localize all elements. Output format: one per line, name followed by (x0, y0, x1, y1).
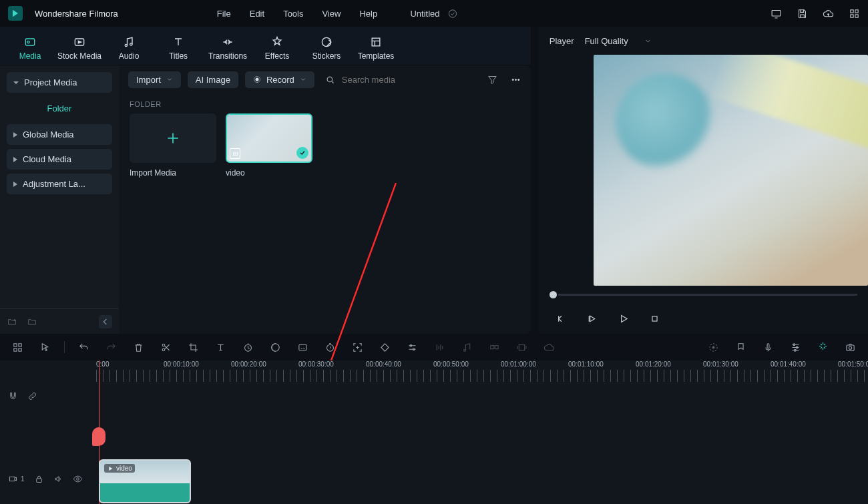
grid-icon[interactable] (849, 8, 860, 19)
ruler-label: 00:01:40:00 (771, 360, 806, 368)
record-button[interactable]: Record (245, 71, 314, 88)
tab-titles[interactable]: Titles (154, 35, 203, 63)
tab-effects[interactable]: Effects (252, 35, 302, 63)
mixer-icon[interactable] (790, 342, 801, 353)
ruler-label: 00:01:20:00 (636, 360, 671, 368)
mute-icon[interactable] (53, 474, 63, 484)
adjust-icon[interactable] (407, 342, 418, 353)
detach-icon[interactable] (461, 342, 473, 353)
focus-icon[interactable] (352, 342, 363, 353)
folder-icon[interactable] (27, 316, 37, 327)
svg-rect-2 (851, 9, 853, 12)
caption-icon[interactable] (297, 342, 308, 353)
cloud-tool-icon[interactable] (544, 342, 555, 353)
svg-rect-26 (19, 348, 21, 350)
redo-icon[interactable] (105, 342, 117, 353)
clip-icon (230, 148, 240, 159)
collapse-sidebar-button[interactable] (99, 315, 112, 328)
svg-point-49 (76, 477, 79, 480)
split-icon[interactable] (160, 342, 172, 353)
scrub-handle[interactable] (550, 291, 557, 298)
timeline[interactable]: 1 1 0:0000:00:10:0000:00:20:0000:00:30:0… (0, 360, 868, 504)
tab-transitions[interactable]: Transitions (203, 35, 252, 63)
sidebar-project-media[interactable]: Project Media (7, 72, 112, 93)
preview-scrubber[interactable] (539, 286, 868, 303)
preview-viewport[interactable] (594, 55, 868, 286)
menu-tools[interactable]: Tools (283, 9, 303, 19)
time-ruler[interactable]: 0:0000:00:10:0000:00:20:0000:00:30:0000:… (96, 360, 868, 382)
step-back-icon[interactable] (555, 313, 566, 324)
menu-help[interactable]: Help (359, 9, 377, 19)
svg-rect-5 (855, 14, 858, 17)
auto-cut-icon[interactable] (817, 340, 829, 352)
svg-rect-4 (851, 14, 853, 17)
svg-point-9 (125, 44, 127, 46)
svg-rect-45 (847, 344, 854, 350)
sidebar-cloud-media[interactable]: Cloud Media (7, 149, 112, 170)
play-icon[interactable] (618, 313, 629, 324)
more-icon[interactable] (510, 74, 521, 85)
sidebar-adjustment-layer[interactable]: Adjustment La... (7, 174, 112, 194)
search-media[interactable] (321, 74, 480, 85)
pointer-icon[interactable] (39, 342, 51, 353)
menu-file[interactable]: File (217, 9, 231, 19)
track-toggle-icon[interactable] (434, 342, 445, 353)
link-icon[interactable] (27, 391, 37, 401)
group-icon[interactable] (489, 342, 500, 353)
lock-icon[interactable] (34, 474, 44, 484)
menu-edit[interactable]: Edit (250, 9, 264, 19)
menu-view[interactable]: View (322, 9, 341, 19)
svg-point-0 (449, 9, 456, 17)
save-icon[interactable] (797, 8, 808, 19)
import-button[interactable]: Import (128, 71, 181, 88)
sidebar-global-media[interactable]: Global Media (7, 124, 112, 145)
render-icon[interactable] (708, 342, 719, 353)
ruler-label: 00:00:30:00 (298, 360, 334, 368)
crop-icon[interactable] (188, 342, 199, 353)
tab-stock-media[interactable]: Stock Media (55, 35, 104, 63)
tab-templates[interactable]: Templates (351, 35, 401, 63)
expand-icon[interactable] (516, 342, 527, 353)
sidebar-folder-link[interactable]: Folder (7, 97, 112, 120)
tab-audio[interactable]: Audio (104, 35, 154, 63)
svg-rect-23 (14, 343, 17, 346)
svg-rect-37 (495, 345, 498, 348)
svg-rect-3 (855, 9, 858, 12)
magnet-icon[interactable] (8, 391, 18, 401)
filter-icon[interactable] (487, 74, 498, 85)
speed-icon[interactable] (242, 342, 254, 353)
import-media-tile[interactable]: Import Media (130, 113, 216, 178)
mic-icon[interactable] (763, 342, 774, 353)
import-tile-label: Import Media (130, 168, 216, 178)
visibility-icon[interactable] (73, 474, 83, 484)
cloud-upload-icon[interactable] (823, 8, 834, 19)
svg-point-40 (712, 346, 714, 348)
color-icon[interactable] (270, 342, 281, 353)
layout-icon[interactable] (12, 342, 23, 353)
monitor-icon[interactable] (771, 8, 782, 19)
marker-icon[interactable] (735, 342, 746, 353)
snapshot-icon[interactable] (845, 342, 856, 353)
new-folder-icon[interactable] (7, 316, 17, 327)
video-tile[interactable]: video (226, 113, 312, 178)
svg-rect-24 (19, 343, 21, 346)
trash-icon[interactable] (133, 342, 144, 353)
svg-point-10 (130, 43, 132, 45)
tab-stickers[interactable]: Stickers (302, 35, 351, 63)
ai-image-button[interactable]: AI Image (188, 71, 238, 88)
play-frame-icon[interactable] (586, 313, 598, 324)
svg-rect-47 (10, 477, 15, 481)
transport-controls (539, 303, 868, 334)
quality-dropdown[interactable]: Full Quality (585, 36, 652, 46)
stop-icon[interactable] (649, 313, 660, 324)
search-input[interactable] (341, 74, 461, 85)
text-tool-icon[interactable] (215, 342, 226, 353)
undo-icon[interactable] (78, 342, 89, 353)
preview-panel: Player Full Quality (539, 27, 868, 334)
timeline-clip[interactable]: video (99, 459, 191, 503)
svg-point-17 (515, 79, 516, 80)
tab-media[interactable]: Media (5, 35, 55, 63)
keyframe-icon[interactable] (379, 342, 391, 353)
timer-icon[interactable] (324, 342, 336, 353)
app-name: Wondershare Filmora (35, 9, 118, 19)
